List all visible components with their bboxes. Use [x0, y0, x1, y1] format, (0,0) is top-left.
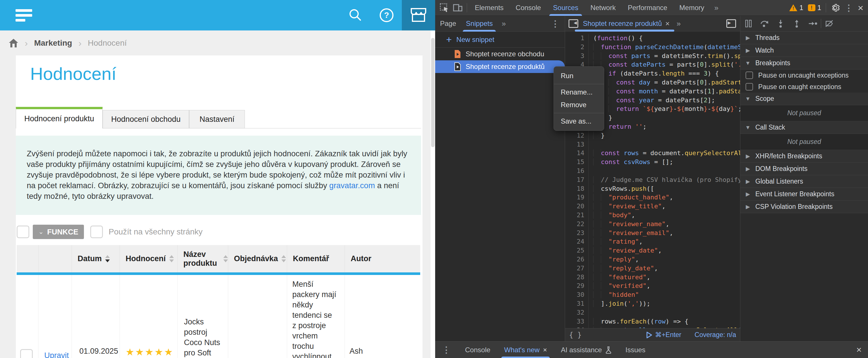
breadcrumb-marketing[interactable]: Marketing [34, 38, 72, 48]
menu-icon[interactable] [16, 9, 32, 21]
sort-arrows-icon[interactable] [105, 255, 110, 262]
apply-all-checkbox[interactable] [90, 226, 103, 238]
drawer-tab-what-s-new[interactable]: What's new× [497, 341, 554, 358]
devtools-tab-performance[interactable]: Performance [622, 0, 673, 16]
devtools-tab-elements[interactable]: Elements [469, 0, 509, 16]
drawer-tab-console[interactable]: Console [458, 341, 497, 358]
breadcrumb-separator: › [79, 38, 82, 48]
close-icon[interactable]: × [543, 346, 547, 354]
code-line-content: const month = dateParts[1].padStart(2, '… [588, 87, 740, 96]
drawer-menu-icon[interactable]: ⋮ [435, 345, 458, 355]
funkce-button[interactable]: ⌄FUNKCE [33, 225, 84, 239]
sidebar-section-dom-breakpoints[interactable]: ▶DOM Breakpoints [740, 163, 868, 175]
sidebar-section-csp-violation-breakpoints[interactable]: ▶CSP Violation Breakpoints [740, 200, 868, 213]
coverage-link[interactable]: Coverage: n/a [695, 331, 736, 339]
more-tabs-icon[interactable]: » [710, 3, 722, 12]
column-header-n-zev-produktu[interactable]: Název produktu [177, 245, 228, 272]
snippet-item-shoptet-recenze-obchodu[interactable]: Shoptet recenze obchodu [435, 48, 565, 60]
help-icon[interactable]: ? [375, 0, 398, 30]
context-menu-item-run[interactable]: Run [554, 69, 604, 82]
drawer-close-icon[interactable]: × [856, 345, 868, 355]
select-all-checkbox[interactable] [17, 226, 29, 238]
row-checkbox[interactable] [20, 349, 33, 358]
edit-link[interactable]: Upravit [44, 351, 69, 358]
sidebar-section-threads[interactable]: ▶Threads [740, 32, 868, 44]
run-snippet-button[interactable]: ⌘+Enter [646, 331, 681, 339]
navigator-menu-icon[interactable]: ⋮ [551, 19, 565, 29]
sidebar-section-event-listener-breakpoints[interactable]: ▶Event Listener Breakpoints [740, 188, 868, 200]
line-number: 20 [565, 202, 588, 211]
devtools-tab-memory[interactable]: Memory [674, 0, 711, 16]
sidebar-section-watch[interactable]: ▶Watch [740, 44, 868, 57]
gear-icon[interactable] [831, 3, 840, 12]
scrollbar-thumb[interactable] [431, 38, 435, 147]
drawer-tab-ai-assistance[interactable]: AI assistance [554, 341, 619, 358]
debugger-sections: ▶Threads▶Watch▼BreakpointsPause on uncau… [740, 32, 868, 213]
close-tab-icon[interactable]: × [665, 19, 670, 28]
devtools-tab-network[interactable]: Network [584, 0, 622, 16]
devtools-tab-sources[interactable]: Sources [547, 0, 584, 16]
code-line: 17 // Judge.me CSV hlavička (pro Shopify… [565, 175, 740, 185]
context-menu-item-rename[interactable]: Rename... [554, 86, 604, 99]
step-icon[interactable] [805, 16, 821, 32]
context-menu-item-remove[interactable]: Remove [554, 99, 604, 111]
collapse-navigator-icon[interactable] [568, 19, 578, 28]
tab-hodnoceni-produktu[interactable]: Hodnocení produktu [16, 107, 103, 128]
new-snippet-button[interactable]: + New snippet [435, 32, 565, 48]
more-navigator-tabs-icon[interactable]: » [498, 19, 509, 28]
code-line-content: return ''; [588, 122, 740, 131]
step-over-icon[interactable] [756, 16, 773, 32]
toggle-debugger-sidebar-icon[interactable] [726, 19, 736, 28]
warnings-badge[interactable]: !1 [789, 4, 803, 12]
search-icon[interactable] [344, 0, 367, 30]
sort-arrows-icon[interactable] [169, 255, 174, 262]
tab-nastaveni[interactable]: Nastavení [189, 110, 245, 128]
snippet-item-shoptet-recenze-produkt[interactable]: Shoptet recenze produktů [435, 60, 565, 73]
column-header-datum[interactable]: Datum [71, 245, 120, 272]
code-line-content: } [588, 131, 740, 140]
more-editor-tabs-icon[interactable]: » [673, 19, 684, 28]
sidebar-section-label: CSP Violation Breakpoints [755, 203, 833, 210]
context-menu-item-save-as[interactable]: Save as... [554, 115, 604, 128]
drawer-tab-issues[interactable]: Issues [619, 341, 652, 358]
sidebar-section-breakpoints[interactable]: ▼Breakpoints [740, 57, 868, 69]
tab-page[interactable]: Page [435, 16, 461, 32]
step-into-icon[interactable] [773, 16, 789, 32]
home-icon[interactable] [9, 38, 19, 48]
pause-script-icon[interactable] [740, 16, 756, 32]
pretty-print-icon[interactable]: { } [565, 331, 582, 339]
column-header-autor[interactable]: Autor [345, 245, 420, 272]
devtools-menu-icon[interactable]: ⋮ [844, 3, 853, 13]
column-header-hodnocen[interactable]: Hodnocení [120, 245, 177, 272]
inspect-element-icon[interactable] [440, 3, 449, 12]
sort-arrows-icon[interactable] [223, 255, 228, 262]
sidebar-section-call-stack[interactable]: ▼Call Stack [740, 121, 868, 134]
devtools-close-icon[interactable]: × [858, 3, 863, 13]
store-button[interactable] [402, 0, 435, 30]
step-out-icon[interactable] [789, 16, 805, 32]
checkbox[interactable] [746, 83, 753, 91]
snippet-list: Shoptet recenze obchoduShoptet recenze p… [435, 48, 565, 73]
device-toolbar-icon[interactable] [453, 3, 463, 12]
disclosure-triangle-icon: ▶ [740, 203, 755, 210]
line-number: 16 [565, 167, 588, 175]
column-header-objedn-vka[interactable]: Objednávka [228, 245, 287, 272]
editor-tab-active[interactable]: Shoptet recenze produktů × [580, 16, 673, 32]
sidebar-section-global-listeners[interactable]: ▶Global Listeners [740, 175, 868, 188]
tab-snippets[interactable]: Snippets [461, 16, 498, 32]
code-line: 2 function parseCzechDatetime(datetimeSt… [565, 43, 740, 52]
column-header-koment[interactable]: Komentář [287, 245, 345, 272]
sidebar-section-xhr-fetch-breakpoints[interactable]: ▶XHR/fetch Breakpoints [740, 150, 868, 163]
gravatar-link[interactable]: gravatar.com [330, 181, 375, 190]
deactivate-breakpoints-icon[interactable] [821, 16, 837, 32]
sidebar-section-scope[interactable]: ▼Scope [740, 93, 868, 105]
issues-badge[interactable]: !1 [808, 4, 821, 12]
tab-hodnoceni-obchodu[interactable]: Hodnocení obchodu [103, 110, 189, 128]
sort-arrows-icon[interactable] [281, 255, 286, 262]
checkbox[interactable] [746, 71, 753, 79]
page-scrollbar[interactable] [431, 30, 435, 358]
line-number: 3 [565, 52, 588, 61]
page-title: Hodnocení [30, 64, 116, 84]
context-menu-divider [554, 84, 604, 84]
devtools-tab-console[interactable]: Console [509, 0, 547, 16]
